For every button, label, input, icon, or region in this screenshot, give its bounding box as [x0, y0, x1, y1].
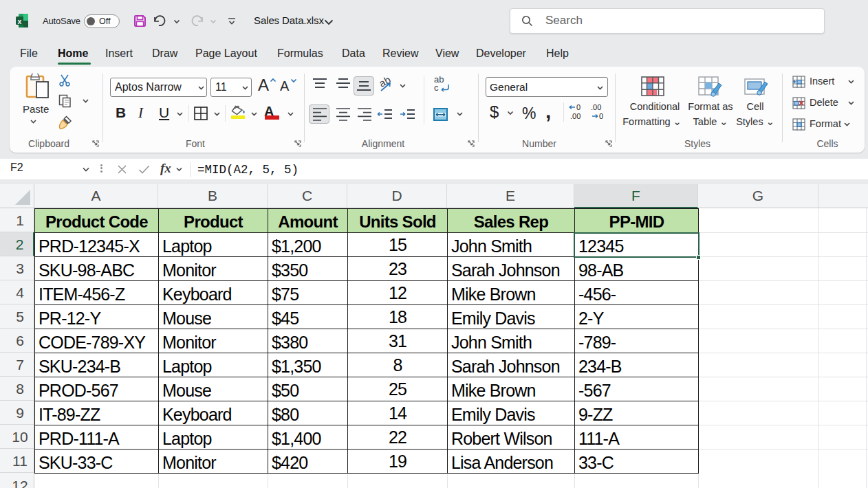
svg-text:0: 0 — [576, 104, 581, 111]
svg-text:x: x — [18, 17, 22, 25]
svg-text:.00: .00 — [591, 104, 601, 111]
svg-text:.00: .00 — [570, 112, 581, 120]
svg-text:0: 0 — [599, 112, 603, 120]
